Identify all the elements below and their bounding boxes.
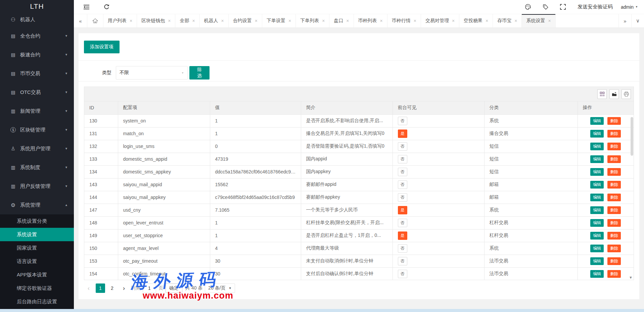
delete-button[interactable]: 删除 [607, 232, 621, 240]
edit-button[interactable]: 编辑 [590, 219, 604, 227]
tab-close-icon[interactable] [255, 18, 258, 23]
home-tab[interactable] [87, 14, 103, 28]
edit-button[interactable]: 编辑 [590, 257, 604, 265]
tab-label: 空投糖果 [464, 18, 482, 24]
send-security-code-button[interactable]: 发送安全验证码 [574, 4, 616, 10]
sidebar-item[interactable]: 新闻管理 [0, 102, 74, 120]
tab-close-icon[interactable] [168, 18, 171, 23]
delete-button[interactable]: 删除 [607, 155, 621, 163]
page-number-button[interactable]: 1 [96, 283, 105, 293]
delete-button[interactable]: 删除 [607, 270, 621, 278]
edit-button[interactable]: 编辑 [590, 194, 604, 201]
delete-button[interactable]: 删除 [607, 194, 621, 201]
sidebar-item-label: 用户反馈管理 [20, 183, 50, 190]
tab[interactable]: 交易对管理 [421, 14, 459, 28]
tab[interactable]: 机器人 [200, 14, 229, 28]
collapse-menu-icon[interactable] [80, 0, 93, 14]
tab-close-icon[interactable] [322, 18, 325, 23]
edit-button[interactable]: 编辑 [590, 117, 604, 125]
jump-page-input[interactable] [143, 283, 156, 293]
prev-page-button[interactable]: ‹ [84, 283, 93, 293]
edit-button[interactable]: 编辑 [590, 130, 604, 138]
sidebar-subitem[interactable]: 绑定谷歌验证器 [0, 281, 74, 295]
export-button[interactable] [609, 89, 619, 99]
per-page-select[interactable]: 20 条/页 [205, 283, 235, 293]
tabs-scroll-left-button[interactable]: « [74, 14, 87, 28]
sidebar-item[interactable]: 系统制度 [0, 158, 74, 177]
columns-filter-button[interactable] [597, 89, 607, 99]
sidebar-subitem[interactable]: 语言设置 [0, 255, 74, 268]
sidebar-item[interactable]: 系统用户管理 [0, 139, 74, 158]
tab[interactable]: 全部 [175, 14, 199, 28]
sidebar-item[interactable]: 极速合约 [0, 45, 74, 64]
edit-button[interactable]: 编辑 [590, 270, 604, 278]
tab-close-icon[interactable] [452, 18, 455, 23]
tab[interactable]: 用户列表 [103, 14, 137, 28]
sidebar-item[interactable]: 区块链管理 [0, 120, 74, 139]
tabs-more-button[interactable]: ∨ [631, 14, 644, 28]
tab[interactable]: 区块链钱包 [137, 14, 175, 28]
fullscreen-icon[interactable] [557, 0, 569, 14]
sidebar-item[interactable]: 全仓合约 [0, 27, 74, 45]
sidebar-item[interactable]: 用户反馈管理 [0, 177, 74, 196]
jump-confirm-button[interactable]: 确定 [166, 283, 182, 293]
delete-button[interactable]: 删除 [607, 168, 621, 176]
edit-button[interactable]: 编辑 [590, 206, 604, 214]
edit-button[interactable]: 编辑 [590, 155, 604, 163]
edit-button[interactable]: 编辑 [590, 245, 604, 252]
tab-close-icon[interactable] [221, 18, 224, 23]
tab-close-icon[interactable] [346, 18, 349, 23]
tab[interactable]: 币种行情 [387, 14, 421, 28]
edit-button[interactable]: 编辑 [590, 232, 604, 240]
edit-button[interactable]: 编辑 [590, 181, 604, 189]
tab[interactable]: 空投糖果 [459, 14, 493, 28]
sidebar-item[interactable]: 币币交易 [0, 64, 74, 83]
delete-button[interactable]: 删除 [607, 219, 621, 227]
next-page-button[interactable]: › [119, 283, 129, 293]
tab[interactable]: 系统设置 [522, 14, 555, 28]
table-scrollbar-thumb[interactable] [631, 117, 633, 156]
sidebar-subitem[interactable]: 系统设置分类 [0, 214, 74, 228]
sidebar-item[interactable]: 系统管理 [0, 196, 74, 214]
tab-label: 系统设置 [526, 18, 545, 24]
sidebar-subitem[interactable]: 国家设置 [0, 241, 74, 255]
type-select[interactable]: 不限 [116, 66, 188, 80]
delete-button[interactable]: 删除 [607, 130, 621, 138]
delete-button[interactable]: 删除 [607, 181, 621, 189]
tab[interactable]: 下单设置 [262, 14, 296, 28]
tab[interactable]: 币种列表 [354, 14, 387, 28]
tab-close-icon[interactable] [130, 18, 132, 23]
page-number-button[interactable]: 2 [107, 283, 117, 293]
sidebar-item[interactable]: 机器人 [0, 12, 74, 27]
delete-button[interactable]: 删除 [607, 257, 621, 265]
tab[interactable]: 合约设置 [229, 14, 262, 28]
user-menu[interactable]: admin [621, 4, 640, 10]
refresh-icon[interactable] [100, 0, 113, 14]
sidebar-item[interactable]: OTC交易 [0, 83, 74, 102]
delete-button[interactable]: 删除 [607, 117, 621, 125]
tab-close-icon[interactable] [514, 18, 517, 23]
delete-button[interactable]: 删除 [607, 245, 621, 252]
sidebar-subitem[interactable]: 后台路由日志设置 [0, 295, 74, 308]
tab-close-icon[interactable] [288, 18, 291, 23]
delete-button[interactable]: 删除 [607, 143, 621, 150]
sidebar-subitem[interactable]: 系统设置 [0, 228, 74, 241]
tab-close-icon[interactable] [380, 18, 383, 23]
tab[interactable]: 盘口 [329, 14, 354, 28]
tab[interactable]: 存币宝 [493, 14, 522, 28]
tab-close-icon[interactable] [414, 18, 416, 23]
filter-button[interactable]: 筛选 [189, 66, 210, 80]
tab[interactable]: 下单列表 [296, 14, 329, 28]
tab-close-icon[interactable] [548, 18, 551, 23]
add-setting-button[interactable]: 添加设置项 [84, 41, 120, 53]
theme-palette-icon[interactable] [522, 0, 535, 14]
tag-icon[interactable] [539, 0, 552, 14]
print-button[interactable] [622, 89, 631, 99]
sidebar-subitem[interactable]: APP版本设置 [0, 268, 74, 281]
tabs-scroll-right-button[interactable]: » [618, 14, 631, 28]
edit-button[interactable]: 编辑 [590, 143, 604, 150]
tab-close-icon[interactable] [486, 18, 488, 23]
edit-button[interactable]: 编辑 [590, 168, 604, 176]
delete-button[interactable]: 删除 [607, 206, 621, 214]
tab-close-icon[interactable] [192, 18, 195, 23]
